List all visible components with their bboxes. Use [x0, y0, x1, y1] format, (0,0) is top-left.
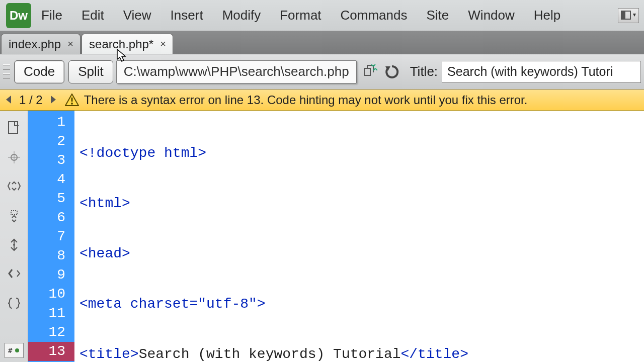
- code-text: <!doctype html>: [79, 145, 206, 161]
- menu-format[interactable]: Format: [280, 8, 321, 23]
- tab-label: index.php: [9, 37, 61, 51]
- tab-label: search.php*: [89, 37, 153, 51]
- app-logo: Dw: [3, 3, 34, 28]
- line-number: 11: [28, 304, 74, 323]
- code-side-toolbar: #: [0, 111, 28, 362]
- code-text: Search (with keywords) Tutorial: [139, 346, 401, 362]
- app-logo-text: Dw: [6, 3, 31, 28]
- menu-file[interactable]: File: [41, 8, 62, 23]
- collapse-tag-icon[interactable]: [6, 178, 23, 195]
- balance-braces-icon[interactable]: [6, 295, 23, 312]
- line-number: 7: [28, 227, 74, 246]
- svg-point-16: [13, 244, 15, 246]
- line-number: 8: [28, 246, 74, 265]
- page-title-input[interactable]: [442, 61, 641, 83]
- svg-rect-10: [9, 122, 18, 134]
- tab-search-php[interactable]: search.php* ×: [82, 34, 173, 54]
- prev-error-icon[interactable]: [5, 93, 12, 107]
- close-icon[interactable]: ×: [66, 40, 75, 49]
- collapse-selection-icon[interactable]: [6, 207, 23, 224]
- code-text: <title>: [79, 346, 139, 362]
- expand-all-icon[interactable]: [6, 236, 23, 253]
- refresh-icon[interactable]: [383, 63, 401, 81]
- select-parent-tag-icon[interactable]: [6, 265, 23, 283]
- menu-bar: Dw File Edit View Insert Modify Format C…: [0, 0, 644, 31]
- svg-rect-14: [11, 211, 17, 215]
- line-number: 4: [28, 170, 74, 189]
- code-editor: # 1 2 3 4 5 6 7 8 9 10 11 12 13 <!doctyp…: [0, 111, 644, 362]
- menu-modify[interactable]: Modify: [222, 8, 261, 23]
- menu-edit[interactable]: Edit: [82, 8, 104, 23]
- view-code-button[interactable]: Code: [14, 60, 64, 83]
- line-number: 6: [28, 208, 74, 227]
- show-code-navigator-icon[interactable]: [6, 149, 23, 166]
- open-documents-icon[interactable]: [6, 120, 23, 137]
- file-management-icon[interactable]: [361, 63, 379, 81]
- error-position: 1 / 2: [19, 93, 43, 107]
- svg-marker-5: [6, 96, 11, 104]
- menu-help[interactable]: Help: [534, 8, 560, 23]
- code-text: <meta charset="utf-8">: [79, 296, 266, 312]
- tab-index-php[interactable]: index.php ×: [1, 34, 80, 54]
- line-number-gutter: 1 2 3 4 5 6 7 8 9 10 11 12 13: [28, 111, 74, 362]
- title-label: Title:: [410, 64, 438, 79]
- line-number: 2: [28, 132, 74, 151]
- svg-point-18: [15, 348, 19, 352]
- line-numbers-icon[interactable]: #: [5, 343, 24, 358]
- svg-text:#: #: [8, 346, 13, 354]
- code-area[interactable]: <!doctype html> <html> <head> <meta char…: [74, 111, 644, 362]
- view-split-button[interactable]: Split: [68, 60, 113, 83]
- svg-marker-6: [51, 96, 56, 104]
- line-number: 1: [28, 113, 74, 132]
- file-path-tooltip: C:\wamp\www\PHP\search\search.php: [116, 60, 357, 83]
- code-text: <html>: [79, 196, 130, 211]
- toolbar-grip-icon[interactable]: [3, 61, 10, 83]
- menu-window[interactable]: Window: [468, 8, 514, 23]
- document-tabs: index.php × search.php* ×: [0, 31, 644, 54]
- line-number-error: 13: [28, 342, 74, 361]
- menu-items: File Edit View Insert Modify Format Comm…: [41, 8, 618, 23]
- menu-commands[interactable]: Commands: [341, 8, 408, 23]
- svg-point-9: [71, 103, 73, 105]
- code-text: <head>: [79, 246, 130, 261]
- line-number: 9: [28, 265, 74, 285]
- menu-insert[interactable]: Insert: [171, 8, 203, 23]
- svg-rect-1: [621, 11, 625, 19]
- svg-marker-2: [633, 14, 636, 17]
- line-number: 12: [28, 323, 74, 342]
- workspace-switcher-icon[interactable]: [618, 8, 639, 23]
- menu-view[interactable]: View: [123, 8, 151, 23]
- line-number: 5: [28, 189, 74, 208]
- menu-site[interactable]: Site: [427, 8, 449, 23]
- code-text: </title>: [401, 346, 468, 362]
- line-number: 10: [28, 285, 74, 304]
- line-number: 3: [28, 151, 74, 170]
- document-toolbar: Code Split C:\wamp\www\PHP\search\search…: [0, 54, 644, 89]
- error-bar: 1 / 2 There is a syntax error on line 13…: [0, 89, 644, 111]
- warning-icon: [65, 94, 79, 107]
- error-message: There is a syntax error on line 13. Code…: [84, 93, 528, 107]
- next-error-icon[interactable]: [50, 93, 57, 107]
- close-icon[interactable]: ×: [158, 40, 168, 49]
